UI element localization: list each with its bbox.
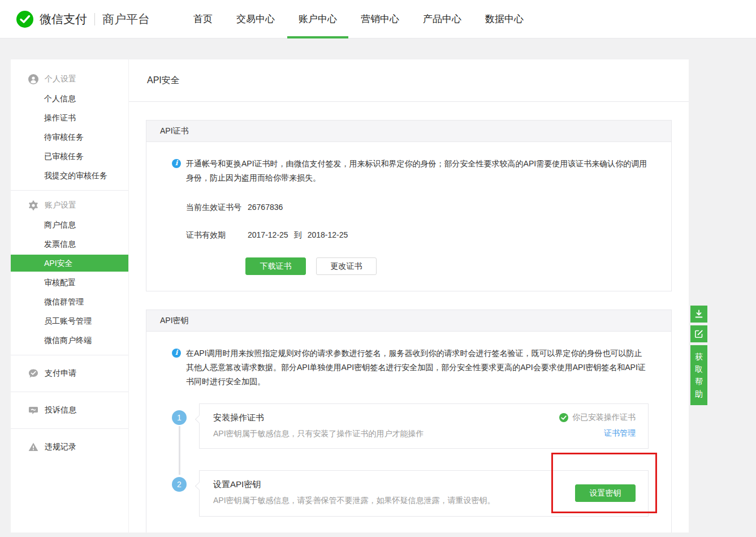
nav-item-transaction-center[interactable]: 交易中心: [236, 0, 275, 38]
step-2-title: 设置API密钥: [213, 479, 495, 490]
step-2-desc: API密钥属于敏感信息，请妥善保管不要泄露，如果怀疑信息泄露，请重设密钥。: [213, 496, 495, 506]
step-1-texts: 安装操作证书 API密钥属于敏感信息，只有安装了操作证书的用户才能操作: [213, 413, 424, 439]
step-1-status-area: 你已安装操作证书 证书管理: [559, 413, 636, 439]
api-certificate-panel: API证书 i 开通帐号和更换API证书时，由微信支付签发，用来标识和界定你的身…: [146, 120, 672, 291]
validity-label: 证书有效期: [186, 230, 248, 240]
certificate-actions: 下载证书 更改证书: [245, 257, 649, 275]
step-2-action-area: 设置密钥: [575, 479, 636, 507]
api-key-panel: API密钥 i 在API调用时用来按照指定规则对你的请求参数进行签名，服务器收到…: [146, 310, 672, 532]
brand-name: 微信支付: [40, 11, 87, 27]
sidebar-link-label: 支付申请: [45, 368, 76, 379]
card-notch: [195, 415, 203, 423]
api-key-steps: 1 安装操作证书 API密钥属于敏感信息，只有安装了操作证书的用户才能操作: [172, 403, 649, 517]
page-title-bar: API安全: [129, 59, 689, 102]
api-key-info-row: i 在API调用时用来按照指定规则对你的请求参数进行签名，服务器收到你的请求时会…: [172, 346, 649, 389]
top-header: 微信支付 商户平台 首页 交易中心 账户中心 营销中心 产品中心 数据中心: [0, 0, 756, 38]
certificate-number-label: 当前生效证书号: [186, 203, 248, 213]
step-1-badge: 1: [172, 410, 187, 425]
download-tool-button[interactable]: [690, 306, 707, 323]
validity-to-word: 到: [294, 230, 302, 240]
sidebar-item-my-submitted-tasks[interactable]: 我提交的审核任务: [11, 166, 128, 185]
logo[interactable]: 微信支付 商户平台: [16, 10, 150, 28]
logo-divider: [94, 13, 95, 25]
info-icon: i: [172, 159, 181, 168]
sidebar-item-reviewed-tasks[interactable]: 已审核任务: [11, 147, 128, 166]
sidebar-item-personal-info[interactable]: 个人信息: [11, 89, 128, 108]
status-row: 你已安装操作证书: [559, 413, 636, 423]
api-key-info-text: 在API调用时用来按照指定规则对你的请求参数进行签名，服务器收到你的请求时会进行…: [186, 346, 649, 389]
nav-item-account-center[interactable]: 账户中心: [299, 0, 337, 38]
sidebar-item-api-security[interactable]: API安全: [11, 255, 128, 272]
page-title: API安全: [147, 75, 180, 87]
sidebar-link-payment-application[interactable]: 支付申请: [11, 360, 128, 386]
sidebar-divider: [11, 190, 128, 191]
main-nav: 首页 交易中心 账户中心 营销中心 产品中心 数据中心: [193, 0, 524, 38]
chat-check-icon: [28, 368, 38, 379]
sidebar-link-complaint-info[interactable]: 投诉信息: [11, 397, 128, 423]
set-api-key-button[interactable]: 设置密钥: [575, 484, 636, 502]
certificate-number-value: 26767836: [248, 203, 283, 213]
edit-icon: [694, 329, 703, 338]
sidebar-divider: [11, 428, 128, 429]
certificate-validity-row: 证书有效期 2017-12-25 到 2018-12-25: [172, 230, 649, 240]
current-certificate-row: 当前生效证书号 26767836: [172, 203, 649, 213]
sidebar-item-staff-account-mgmt[interactable]: 员工账号管理: [11, 311, 128, 330]
card-notch: [195, 482, 203, 490]
user-icon: [28, 74, 38, 84]
sidebar-link-label: 违规记录: [45, 442, 76, 452]
step-1-title: 安装操作证书: [213, 413, 424, 423]
warning-icon: [28, 442, 38, 452]
step-2-texts: 设置API密钥 API密钥属于敏感信息，请妥善保管不要泄露，如果怀疑信息泄露，请…: [213, 479, 495, 507]
sidebar-item-wechat-merchant-terminal[interactable]: 微信商户终端: [11, 330, 128, 350]
certificate-management-link[interactable]: 证书管理: [559, 428, 636, 439]
sidebar-group-label: 账户设置: [45, 200, 76, 210]
api-key-panel-title: API密钥: [146, 310, 671, 332]
download-icon: [694, 310, 703, 319]
success-check-icon: [559, 413, 568, 422]
sidebar-group-label: 个人设置: [45, 74, 76, 84]
validity-to: 2018-12-25: [308, 230, 348, 240]
sidebar-link-label: 投诉信息: [45, 405, 76, 415]
sidebar-group-account-settings: 账户设置: [11, 196, 128, 215]
sidebar-item-operation-cert[interactable]: 操作证书: [11, 108, 128, 127]
sidebar-item-review-config[interactable]: 审核配置: [11, 273, 128, 292]
download-certificate-button[interactable]: 下载证书: [245, 257, 306, 275]
sidebar-group-personal-settings: 个人设置: [11, 70, 128, 89]
sidebar-item-merchant-info[interactable]: 商户信息: [11, 215, 128, 234]
api-certificate-panel-title: API证书: [146, 121, 671, 142]
certificate-info-text: 开通帐号和更换API证书时，由微信支付签发，用来标识和界定你的身份；部分安全性要…: [186, 157, 649, 185]
api-key-panel-body: i 在API调用时用来按照指定规则对你的请求参数进行签名，服务器收到你的请求时会…: [146, 332, 671, 532]
info-icon: i: [172, 349, 181, 358]
product-name: 商户平台: [102, 11, 150, 27]
api-certificate-panel-body: i 开通帐号和更换API证书时，由微信支付签发，用来标识和界定你的身份；部分安全…: [146, 142, 671, 291]
cert-installed-status: 你已安装操作证书: [572, 413, 636, 423]
change-certificate-button[interactable]: 更改证书: [316, 257, 377, 275]
main-content: API安全 API证书 i 开通帐号和更换API证书时，由微信支付签发，用来标识…: [129, 59, 689, 532]
sidebar-item-pending-tasks[interactable]: 待审核任务: [11, 127, 128, 147]
nav-item-marketing-center[interactable]: 营销中心: [361, 0, 399, 38]
step-set-api-key: 2 设置API密钥 API密钥属于敏感信息，请妥善保管不要泄露，如果怀疑信息泄露…: [172, 470, 649, 517]
floating-toolbar: 获取帮助: [690, 306, 707, 405]
certificate-info-row: i 开通帐号和更换API证书时，由微信支付签发，用来标识和界定你的身份；部分安全…: [172, 157, 649, 185]
nav-item-product-center[interactable]: 产品中心: [423, 0, 461, 38]
sidebar: 个人设置 个人信息 操作证书 待审核任务 已审核任务 我提交的审核任务 账户设置…: [11, 59, 128, 532]
step-2-badge: 2: [172, 477, 187, 492]
feedback-tool-button[interactable]: [690, 325, 707, 342]
sidebar-item-wechat-group-mgmt[interactable]: 微信群管理: [11, 292, 128, 311]
sidebar-item-invoice-info[interactable]: 发票信息: [11, 234, 128, 254]
sidebar-divider: [11, 355, 128, 355]
step-install-cert: 1 安装操作证书 API密钥属于敏感信息，只有安装了操作证书的用户才能操作: [172, 403, 649, 449]
nav-item-data-center[interactable]: 数据中心: [485, 0, 524, 38]
chat-icon: [28, 405, 38, 415]
step-1-desc: API密钥属于敏感信息，只有安装了操作证书的用户才能操作: [213, 429, 424, 439]
wechat-pay-logo-icon: [16, 10, 34, 28]
step-2-card: 设置API密钥 API密钥属于敏感信息，请妥善保管不要泄露，如果怀疑信息泄露，请…: [199, 470, 649, 517]
get-help-button[interactable]: 获取帮助: [690, 345, 707, 405]
gear-icon: [28, 200, 38, 210]
validity-from: 2017-12-25: [248, 230, 288, 240]
sidebar-link-violation-records[interactable]: 违规记录: [11, 434, 128, 460]
nav-item-home[interactable]: 首页: [193, 0, 213, 38]
sidebar-divider: [11, 392, 128, 392]
step-1-card: 安装操作证书 API密钥属于敏感信息，只有安装了操作证书的用户才能操作 你已安装…: [199, 403, 649, 449]
